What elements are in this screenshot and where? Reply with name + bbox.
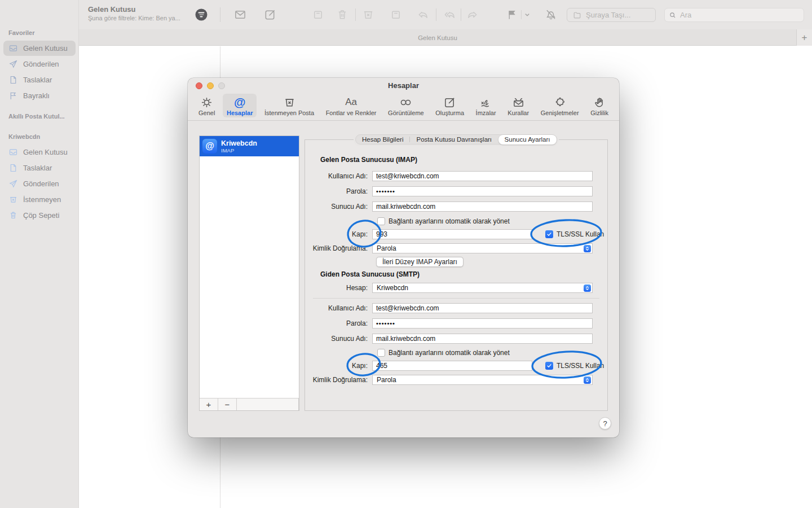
- mailbox-button[interactable]: [390, 8, 403, 21]
- flag-button[interactable]: [506, 8, 519, 21]
- hand-icon: [593, 95, 606, 109]
- tab-junk-mail[interactable]: İstenmeyen Posta: [261, 94, 318, 117]
- sidebar-item-label: Bayraklı: [23, 91, 50, 100]
- advanced-imap-settings-button[interactable]: İleri Düzey IMAP Ayarları: [376, 257, 464, 267]
- mailbox-sidebar: Favoriler Gelen Kutusu Gönderilen Taslak…: [0, 0, 79, 508]
- smtp-username-label: Kullanıcı Adı:: [305, 304, 372, 312]
- imap-section-header: Gelen Posta Sunucusu (IMAP): [320, 156, 417, 164]
- tab-accounts[interactable]: @ Hesaplar: [223, 94, 257, 117]
- smtp-port-input[interactable]: [372, 361, 532, 371]
- filter-icon: [196, 9, 208, 21]
- sidebar-item-label: Gelen Kutusu: [23, 44, 68, 52]
- filter-button[interactable]: [196, 9, 208, 21]
- popup-stepper-icon: [584, 245, 591, 252]
- sidebar-section-kriwebcdn: Kriwebcdn: [8, 133, 40, 140]
- trash-icon: [336, 8, 349, 21]
- flag-menu-button[interactable]: [524, 12, 531, 18]
- new-tab-button[interactable]: +: [796, 29, 812, 46]
- smtp-server-label: Sunucu Adı:: [305, 335, 372, 343]
- imap-auth-popup[interactable]: Parola: [372, 243, 593, 253]
- smtp-auto-manage-checkbox[interactable]: [377, 349, 385, 357]
- imap-password-input[interactable]: [372, 186, 593, 196]
- smtp-account-popup[interactable]: Kriwebcdn: [372, 283, 593, 293]
- main-toolbar: Gelen Kutusu Şuna göre filtrele: Kime: B…: [79, 0, 812, 29]
- tab-general[interactable]: Genel: [195, 94, 219, 117]
- delete-button[interactable]: [336, 8, 349, 21]
- tab-fonts-colors[interactable]: Aa Fontlar ve Renkler: [322, 94, 381, 117]
- tab-mailbox-behaviors[interactable]: Posta Kutusu Davranışları: [410, 135, 498, 144]
- smtp-auth-popup[interactable]: Parola: [372, 375, 593, 385]
- toolbar-divider: [220, 7, 220, 22]
- flag-icon: [8, 91, 18, 100]
- sidebar-item-inbox[interactable]: Gelen Kutusu: [3, 41, 76, 56]
- tab-privacy[interactable]: Gizlilik: [586, 94, 612, 117]
- reply-button[interactable]: [417, 8, 430, 21]
- account-row-kriwebcdn[interactable]: @ Kriwebcdn IMAP: [200, 136, 299, 156]
- accounts-settings-dialog: Hesaplar Genel @ Hesaplar İstenmeyen Pos…: [188, 78, 619, 437]
- archive-button[interactable]: [312, 8, 325, 21]
- sidebar-item-kriweb-drafts[interactable]: Taslaklar: [3, 160, 76, 176]
- get-mail-button[interactable]: [234, 8, 247, 21]
- paperplane-icon: [8, 59, 18, 69]
- junk-button[interactable]: [362, 8, 375, 21]
- tab-viewing[interactable]: Görüntüleme: [384, 94, 428, 117]
- move-to-button[interactable]: Şuraya Taşı...: [567, 8, 656, 22]
- fonts-icon: Aa: [345, 95, 357, 109]
- tab-signatures[interactable]: İmzalar: [472, 94, 500, 117]
- sidebar-item-sent[interactable]: Gönderilen: [3, 56, 76, 72]
- imap-server-input[interactable]: [372, 202, 593, 212]
- server-settings-panel: Gelen Posta Sunucusu (IMAP) Kullanıcı Ad…: [304, 139, 608, 411]
- envelope-icon: [234, 8, 247, 21]
- imap-tls-label: TLS/SSL Kullan: [557, 230, 604, 238]
- sidebar-item-drafts[interactable]: Taslaklar: [3, 72, 76, 87]
- compose-icon: [443, 95, 456, 109]
- popup-stepper-icon: [584, 284, 591, 292]
- tab-extensions[interactable]: Genişletmeler: [537, 94, 583, 117]
- search-field[interactable]: [664, 8, 804, 22]
- imap-port-input[interactable]: [372, 229, 532, 239]
- toolbar-divider: [461, 8, 461, 21]
- imap-username-input[interactable]: [372, 171, 593, 181]
- tab-inbox[interactable]: Gelen Kutusu: [79, 29, 796, 46]
- smtp-port-label: Kapı:: [305, 362, 372, 370]
- popup-stepper-icon: [584, 376, 591, 384]
- junk-icon: [362, 8, 375, 21]
- search-input[interactable]: [680, 11, 793, 19]
- tab-rules[interactable]: Kurallar: [504, 94, 533, 117]
- sidebar-item-kriweb-junk[interactable]: İstenmeyen: [3, 192, 76, 207]
- add-account-button[interactable]: +: [200, 398, 218, 410]
- smtp-password-input[interactable]: [372, 318, 593, 329]
- toolbar-divider: [355, 8, 356, 21]
- account-tabs: Hesap Bilgileri Posta Kutusu Davranışlar…: [355, 134, 557, 144]
- imap-tls-checkbox[interactable]: [545, 230, 553, 238]
- smtp-auth-label: Kimlik Doğrulama:: [305, 376, 372, 384]
- mute-button[interactable]: [545, 8, 558, 21]
- mail-app-window: Favoriler Gelen Kutusu Gönderilen Taslak…: [0, 0, 812, 508]
- account-list: @ Kriwebcdn IMAP + −: [199, 135, 299, 411]
- smtp-server-input[interactable]: [372, 334, 593, 344]
- sidebar-section-favorites: Favoriler: [8, 29, 34, 36]
- compose-icon: [264, 8, 277, 21]
- tab-server-settings[interactable]: Sunucu Ayarları: [498, 135, 557, 144]
- smtp-username-input[interactable]: [372, 303, 593, 313]
- compose-button[interactable]: [264, 8, 277, 21]
- forward-button[interactable]: [466, 8, 479, 21]
- sidebar-item-kriweb-trash[interactable]: Çöp Sepeti: [3, 208, 76, 223]
- sidebar-item-kriweb-inbox[interactable]: Gelen Kutusu: [3, 144, 76, 160]
- tab-composing[interactable]: Oluşturma: [431, 94, 468, 117]
- smtp-tls-checkbox[interactable]: [545, 362, 553, 370]
- remove-account-button[interactable]: −: [218, 398, 237, 410]
- sidebar-item-kriweb-sent[interactable]: Gönderilen: [3, 176, 76, 191]
- imap-password-label: Parola:: [305, 187, 372, 195]
- junk-icon: [283, 95, 296, 109]
- reply-all-button[interactable]: [443, 8, 456, 21]
- toolbar-divider: [436, 8, 436, 21]
- help-button[interactable]: ?: [599, 417, 611, 430]
- imap-auto-manage-checkbox[interactable]: [377, 217, 385, 225]
- imap-username-label: Kullanıcı Adı:: [305, 172, 372, 180]
- sidebar-item-flagged[interactable]: Bayraklı: [3, 88, 76, 103]
- tab-account-information[interactable]: Hesap Bilgileri: [356, 135, 410, 144]
- reply-icon: [417, 8, 430, 21]
- settings-toolbar: Genel @ Hesaplar İstenmeyen Posta Aa Fon…: [188, 93, 619, 121]
- account-list-footer: + −: [200, 398, 299, 410]
